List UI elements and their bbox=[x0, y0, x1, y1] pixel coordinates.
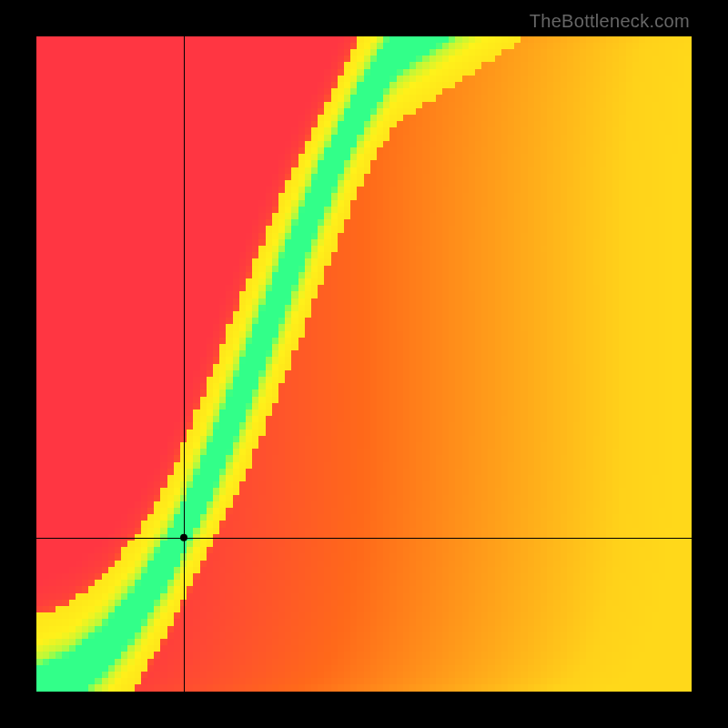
bottleneck-heatmap bbox=[36, 36, 692, 692]
watermark-text: TheBottleneck.com bbox=[530, 11, 690, 32]
chart-frame: TheBottleneck.com bbox=[0, 0, 728, 728]
